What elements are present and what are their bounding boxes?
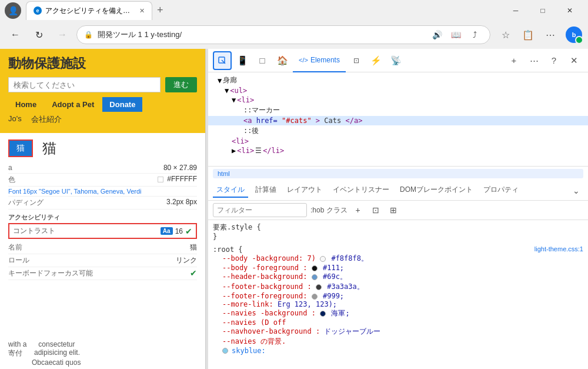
tab-style[interactable]: スタイル (213, 183, 248, 198)
dom-li2-content: ☰ (255, 147, 262, 155)
root-rule-10: --navies の背景. (213, 337, 583, 347)
prop-body-bg: --body -background: 7) (222, 254, 316, 262)
browser-tab[interactable]: e アクセシビリティを備えたデモページは、 ✕ (26, 1, 152, 20)
dom-line-a[interactable]: <a href= "#cats" > Cats </a> (208, 116, 588, 125)
network-button[interactable]: ⊡ (347, 51, 366, 70)
color-dot-69c[interactable] (312, 274, 318, 280)
profile-badge[interactable]: b (566, 26, 582, 43)
root-rule-2: --body -foreground : #111; (213, 264, 583, 272)
styles-more-button[interactable]: ⌄ (569, 184, 583, 198)
contrast-number: 16 (175, 227, 183, 235)
prop-navies-bg: --navies -background : (222, 309, 316, 317)
wireless-button[interactable]: 📡 (387, 51, 406, 70)
css-filter-input[interactable] (213, 203, 307, 217)
more-button[interactable]: ⋯ (540, 25, 561, 44)
devtools-help-button[interactable]: ? (544, 51, 563, 70)
dom-collapse-li2[interactable]: ▶ (213, 147, 236, 155)
color-dot-3a3a3a[interactable] (316, 284, 322, 290)
favorites-button[interactable]: ☆ (495, 25, 516, 44)
val-navies-bg: 海軍; (331, 309, 349, 317)
root-rule-1: --body -background: 7) #f8f8f8。 (213, 254, 583, 264)
address-field[interactable]: 🔒 開発ツール 1 1 y-testing/ 🔊 📖 ⤴ (76, 25, 490, 44)
web-bottom: with a consectetur 寄付 adipisicing elit. … (0, 338, 205, 369)
minimize-button[interactable]: ─ (502, 1, 529, 20)
devtools-toolbar: 📱 □ 🏠 </> Elements ⊡ ⚡ 📡 + ⋯ ? ✕ (208, 49, 588, 72)
maximize-button[interactable]: □ (529, 1, 556, 20)
dom-collapse-ul[interactable]: ▼ (213, 87, 229, 95)
info-row-color: 色 #FFFFFF (8, 174, 197, 187)
immersive-reader-button[interactable]: 📖 (447, 26, 464, 43)
dom-collapse-shinnro[interactable]: ▼ (213, 77, 222, 85)
info-row-name: 名前 猫 (8, 241, 197, 254)
color-swatch[interactable] (158, 177, 163, 182)
devtools-close-button[interactable]: ✕ (564, 51, 583, 70)
name-value: 猫 (190, 242, 197, 252)
name-label: 名前 (8, 242, 22, 252)
sub-nav-jos[interactable]: Jo's (8, 114, 22, 125)
web-nav-donate[interactable]: Donate (102, 97, 142, 112)
dom-collapse-li[interactable]: ▼ (213, 96, 236, 104)
dom-tag-li: <li> (237, 96, 254, 104)
color-dot-f8f8f8[interactable] (320, 256, 326, 262)
toggle-class-button[interactable]: ⊡ (369, 203, 383, 217)
more-tools-button[interactable]: + (505, 51, 523, 70)
tab-properties[interactable]: プロパティ (480, 183, 522, 198)
dom-line-after: ::後 (208, 125, 588, 137)
prop-navies-d: --navies (D off (222, 318, 286, 327)
tab-title: アクセシビリティを備えたデモページは、 (45, 6, 133, 16)
contrast-value: Aa 16 ✔ (161, 227, 192, 236)
new-style-button[interactable]: ⊞ (386, 203, 400, 217)
collections-button[interactable]: 📋 (517, 25, 539, 44)
info-row-a: a 80 × 27.89 (8, 162, 197, 174)
web-nav-adopt[interactable]: Adopt a Pet (45, 97, 101, 112)
web-nav-home[interactable]: Home (8, 97, 44, 112)
color-dot-999[interactable] (312, 294, 318, 300)
aa-badge: Aa (161, 227, 173, 235)
tab-layout[interactable]: レイアウト (283, 183, 326, 198)
web-search-button[interactable]: 進む (165, 77, 197, 92)
tab-close-button[interactable]: ✕ (139, 7, 145, 15)
dom-line-li2: ▶ <li> ☰ </li> (208, 146, 588, 155)
add-rule-button[interactable]: + (351, 203, 365, 217)
prop-navhover-bg: --navhover-background : (222, 327, 320, 335)
console-button[interactable]: □ (253, 51, 272, 70)
hob-label: :hob クラス (310, 205, 348, 215)
dom-a-open: <a (243, 117, 256, 125)
tab-dom-breakpoints[interactable]: DOMブレークポイント (396, 183, 476, 198)
bottom-right: consectetur (38, 340, 75, 348)
share-button[interactable]: ⤴ (466, 26, 483, 43)
inspect-element-button[interactable] (213, 51, 232, 70)
close-button[interactable]: ✕ (556, 1, 583, 20)
color-dot-navy[interactable] (320, 311, 326, 317)
window-controls: ─ □ ✕ (502, 1, 583, 20)
tab-elements[interactable]: </> Elements (293, 49, 346, 72)
sub-nav-company[interactable]: 会社紹介 (31, 114, 62, 125)
bottom-right2: adipisicing elit. (34, 348, 80, 358)
cat-button[interactable]: 猫 (8, 139, 33, 157)
devtools-more-button[interactable]: ⋯ (524, 51, 543, 70)
forward-button[interactable]: → (53, 25, 72, 44)
root-rule-3: --header-background: #69c。 (213, 272, 583, 282)
refresh-button[interactable]: ↻ (29, 25, 48, 44)
dom-line-marker: ::マーカー (208, 105, 588, 116)
user-avatar[interactable]: 👤 (5, 2, 21, 19)
new-tab-button[interactable]: + (155, 2, 166, 19)
dom-a-href: href= (256, 117, 278, 125)
tab-computed[interactable]: 計算値 (252, 183, 280, 198)
val-footer-fg: #999; (323, 292, 344, 300)
cat-section: 猫 猫 (8, 139, 197, 158)
back-button[interactable]: ← (6, 25, 25, 44)
tab-event-listeners[interactable]: イベントリスナー (329, 183, 393, 198)
html-mode-badge[interactable]: html (213, 169, 583, 178)
device-emulation-button[interactable]: 📱 (233, 51, 252, 70)
home-button[interactable]: 🏠 (273, 51, 292, 70)
keyboard-label: キーボードフォーカス可能 (8, 268, 93, 278)
performance-button[interactable]: ⚡ (367, 51, 386, 70)
prop-footer-fg: --footer-foreground: (222, 292, 308, 300)
val-header-bg: #69c。 (323, 272, 347, 281)
css-source-link[interactable]: light-theme.css:1 (534, 245, 583, 252)
web-search-input[interactable] (8, 77, 161, 92)
color-dot-skyblue[interactable] (222, 348, 228, 354)
read-aloud-button[interactable]: 🔊 (429, 26, 445, 43)
color-dot-111[interactable] (312, 265, 318, 271)
